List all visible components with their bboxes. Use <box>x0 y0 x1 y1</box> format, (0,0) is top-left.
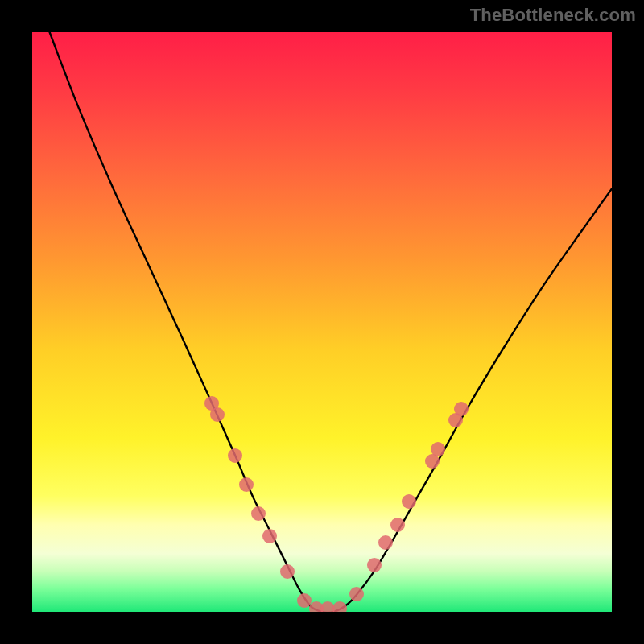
bottleneck-curve <box>32 32 612 612</box>
data-marker <box>332 601 347 612</box>
data-marker <box>349 587 364 601</box>
data-marker <box>454 402 469 416</box>
data-marker <box>210 407 225 422</box>
data-marker <box>251 506 266 521</box>
data-marker <box>367 558 382 572</box>
data-marker <box>262 529 277 543</box>
data-marker <box>239 477 254 492</box>
watermark-text: TheBottleneck.com <box>470 5 636 26</box>
data-marker <box>431 442 445 456</box>
data-marker <box>280 564 295 579</box>
data-marker <box>378 535 393 550</box>
data-marker <box>402 494 416 509</box>
plot-area <box>32 32 612 612</box>
chart-stage: TheBottleneck.com <box>0 0 644 644</box>
data-marker <box>228 448 242 463</box>
data-marker <box>390 518 405 532</box>
